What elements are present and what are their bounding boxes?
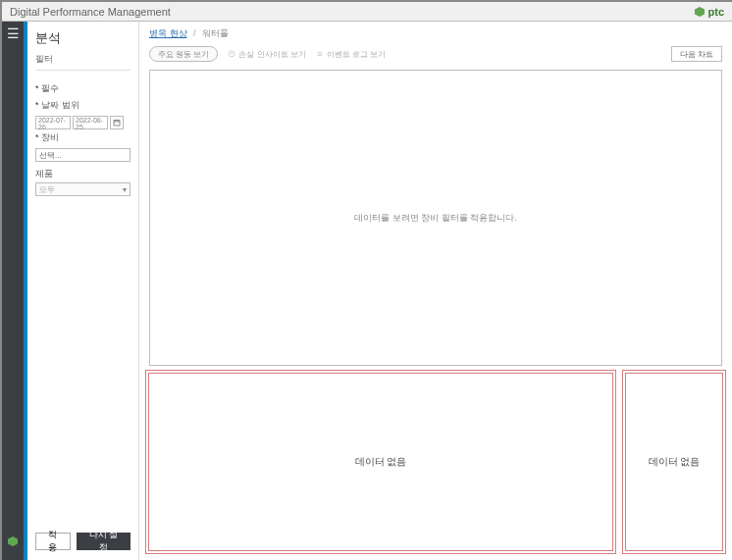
brand-text: ptc — [708, 6, 725, 18]
material-select[interactable]: 모두 ▾ — [35, 182, 131, 196]
equipment-label: 장비 — [35, 131, 131, 144]
rail-app-icon[interactable] — [7, 535, 19, 550]
loss-insights-label: 손실 인사이트 보기 — [238, 49, 305, 60]
page-title: 분석 — [35, 29, 131, 47]
filter-panel: 분석 필터 필수 날짜 범위 2022-07-26 2022-08-25 장비 … — [27, 22, 139, 560]
app-title: Digital Performance Management — [10, 6, 171, 18]
event-log-label: 이벤트 로그 보기 — [327, 49, 386, 60]
reset-button[interactable]: 다시 설정 — [77, 533, 131, 550]
bottom-right-panel: 데이터 없음 — [622, 370, 726, 554]
no-data-left: 데이터 없음 — [355, 455, 407, 469]
svg-rect-2 — [114, 121, 120, 126]
hamburger-icon[interactable]: ☰ — [7, 25, 20, 41]
event-log-button[interactable]: 이벤트 로그 보기 — [316, 49, 386, 60]
main-content: 병목 현상 / 워터폴 주요 원동 보기 손실 인사이트 보기 이벤트 로그 보… — [139, 22, 732, 560]
calendar-button[interactable] — [110, 116, 124, 129]
next-chart-button[interactable]: 다음 차트 — [671, 46, 722, 62]
brand-icon — [694, 6, 706, 18]
loss-insights-button[interactable]: 손실 인사이트 보기 — [228, 49, 305, 60]
equipment-select[interactable]: 선택... — [35, 148, 131, 162]
breadcrumb-root[interactable]: 병목 현상 — [149, 28, 187, 38]
filter-section-label: 필터 — [35, 53, 131, 71]
breadcrumb-current: 워터폴 — [202, 28, 229, 38]
material-label: 제품 — [35, 168, 131, 180]
waterfall-chart-placeholder: 데이터를 보려면 장비 필터를 적용합니다. — [149, 70, 722, 366]
app-header: Digital Performance Management ptc — [2, 2, 732, 22]
no-data-right: 데이터 없음 — [649, 455, 701, 469]
list-icon — [316, 50, 324, 58]
svg-marker-0 — [695, 7, 705, 17]
toolbar: 주요 원동 보기 손실 인사이트 보기 이벤트 로그 보기 다음 차트 — [139, 42, 732, 68]
svg-marker-1 — [8, 536, 18, 546]
breadcrumb: 병목 현상 / 워터폴 — [139, 22, 732, 42]
chevron-down-icon: ▾ — [123, 185, 127, 194]
date-range-label: 날짜 범위 — [35, 99, 131, 112]
chart-empty-message: 데이터를 보려면 장비 필터를 적용합니다. — [354, 212, 517, 225]
date-from-input[interactable]: 2022-07-26 — [35, 116, 71, 129]
breadcrumb-sep: / — [193, 28, 196, 38]
date-to-input[interactable]: 2022-08-25 — [73, 116, 108, 129]
required-group-label: 필수 — [35, 82, 131, 95]
equipment-value: 선택... — [39, 150, 62, 161]
calendar-icon — [113, 119, 121, 127]
bottom-left-panel: 데이터 없음 — [145, 370, 616, 554]
material-value: 모두 — [39, 184, 55, 195]
apply-button[interactable]: 적용 — [35, 533, 71, 550]
summary-button[interactable]: 주요 원동 보기 — [149, 46, 218, 62]
insight-icon — [228, 50, 235, 58]
brand-logo: ptc — [694, 6, 725, 18]
nav-rail: ☰ — [2, 22, 24, 560]
